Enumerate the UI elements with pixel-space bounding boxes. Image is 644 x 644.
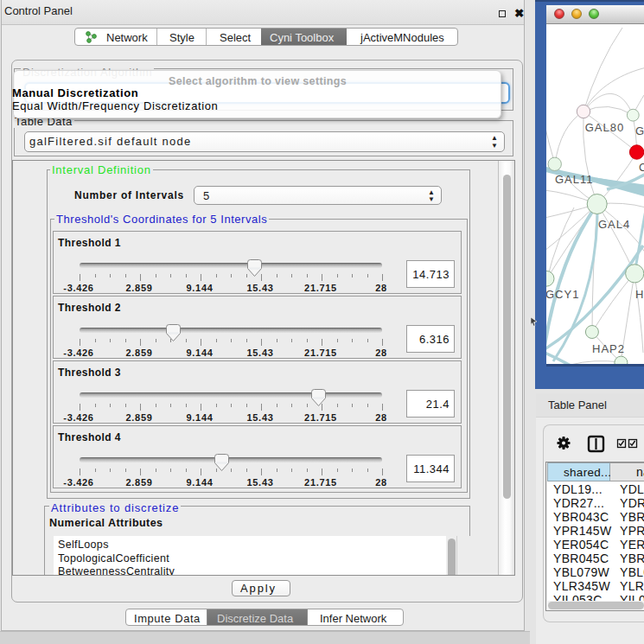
svg-text:GAL4: GAL4 [598, 218, 630, 231]
svg-text:GAL80: GAL80 [585, 121, 624, 134]
svg-text:GA: GA [635, 124, 644, 137]
svg-text:HAP2: HAP2 [592, 342, 625, 355]
svg-text:C: C [639, 161, 644, 174]
svg-text:GAL11: GAL11 [555, 173, 594, 186]
svg-text:H: H [635, 288, 644, 301]
svg-text:GCY1: GCY1 [546, 288, 579, 301]
